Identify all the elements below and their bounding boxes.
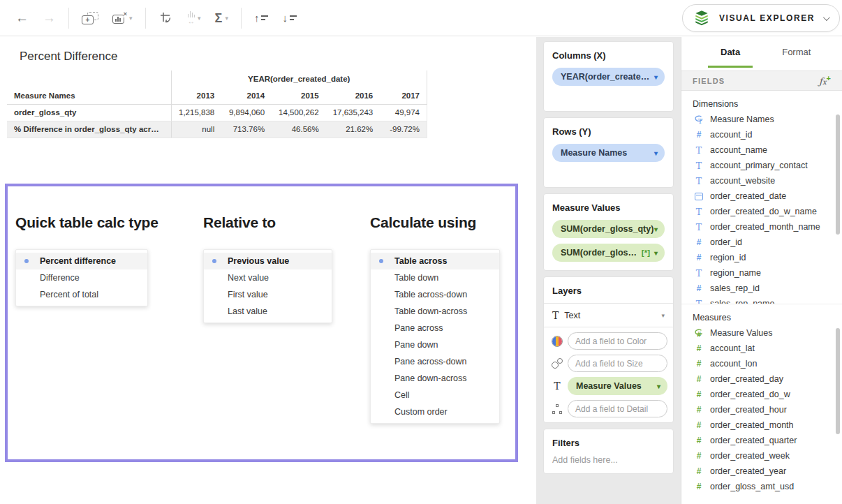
field-item[interactable]: Tsales_rep_name (681, 296, 842, 304)
menu-item-label: Pane across (394, 323, 443, 333)
detail-drop-field[interactable]: Add a field to Detail (568, 400, 667, 417)
filters-drop-zone[interactable]: Add fields here... (552, 455, 665, 465)
field-item[interactable]: #order_created_hour (681, 402, 842, 417)
tab-format[interactable]: Format (779, 38, 813, 66)
menu-item-difference[interactable]: Difference (16, 269, 147, 286)
color-drop-field[interactable]: Add a field to Color (568, 332, 667, 350)
scrollbar-thumb[interactable] (836, 114, 840, 235)
table-cell: 713.76% (221, 121, 272, 138)
menu-item-pane-across-down[interactable]: Pane across-down (371, 353, 499, 370)
menu-item-first-value[interactable]: First value (204, 286, 332, 303)
field-label: Measure Names (710, 114, 774, 124)
size-drop-field[interactable]: Add a field to Size (568, 355, 667, 372)
back-icon[interactable]: ← (15, 10, 29, 26)
menu-item-custom-order[interactable]: Custom order (371, 403, 499, 420)
menu-item-pane-across[interactable]: Pane across (371, 320, 499, 336)
dimensions-list: T Measure Names #account_id Taccount_nam… (681, 112, 842, 304)
fields-header-label: FIELDS (693, 77, 725, 85)
field-label: order_created_month_name (710, 222, 820, 232)
menu-item-percent-of-total[interactable]: Percent of total (16, 286, 147, 303)
duplicate-sheet-button[interactable]: + (82, 12, 98, 24)
sort-descending-button[interactable]: ↓ (282, 13, 297, 23)
field-pill-label: Measure Values (576, 381, 657, 391)
scrollbar-thumb[interactable] (836, 328, 840, 434)
field-pill-label: SUM(order_gloss_qty) (561, 248, 642, 258)
year-header: 2016 (326, 87, 381, 104)
table-cell: 46.56% (272, 121, 326, 138)
field-item[interactable]: #order_created_month (681, 417, 842, 433)
menu-item-table-across-down[interactable]: Table across-down (371, 286, 499, 303)
field-item[interactable]: #order_created_do_w (681, 387, 842, 402)
text-icon: T (693, 222, 705, 232)
field-item-measure-values[interactable]: # Measure Values (681, 325, 842, 341)
visual-explorer-button[interactable]: VISUAL EXPLORER (682, 4, 840, 32)
chevron-down-icon (823, 14, 830, 21)
pivot-table: YEAR(order_created_date) Measure Names 2… (7, 71, 427, 138)
field-item[interactable]: #order_created_year (681, 464, 842, 479)
field-item[interactable]: Taccount_primary_contact (681, 158, 842, 173)
field-pill-measure-values[interactable]: Measure Values ▾ (568, 377, 667, 395)
drop-zone[interactable] (552, 86, 665, 103)
menu-item-label: Pane down (394, 340, 438, 350)
field-item[interactable]: #order_id (681, 235, 842, 250)
measure-names-icon: T (693, 114, 705, 124)
layer-type-selector[interactable]: T Text ▾ (544, 304, 673, 327)
color-icon (552, 336, 563, 347)
field-item-measure-names[interactable]: T Measure Names (681, 112, 842, 127)
year-header: 2013 (171, 87, 221, 104)
field-item[interactable]: #order_created_week (681, 448, 842, 464)
field-item[interactable]: order_created_date (681, 188, 842, 204)
field-item[interactable]: #account_lat (681, 341, 842, 356)
field-item[interactable]: Torder_created_month_name (681, 219, 842, 235)
sidebar-tabs: Data Format (681, 37, 842, 66)
menu-item-next-value[interactable]: Next value (204, 269, 332, 286)
field-item[interactable]: #order_gloss_amt_usd (681, 479, 842, 493)
field-item[interactable]: #account_id (681, 127, 842, 142)
brand-logo-icon (693, 9, 711, 27)
chart-type-button[interactable]: ↔ ▾ (188, 11, 201, 25)
field-item[interactable]: Tregion_name (681, 265, 842, 281)
field-label: Measure Values (710, 328, 772, 338)
field-label: order_created_year (710, 466, 786, 476)
menu-item-label: Percent of total (40, 290, 98, 299)
menu-item-last-value[interactable]: Last value (204, 303, 332, 320)
measure-row-label: % Difference in order_gloss_qty across t… (7, 121, 171, 138)
field-item[interactable]: Taccount_name (681, 142, 842, 158)
field-pill-label: Measure Names (561, 148, 654, 158)
menu-item-previous-value[interactable]: Previous value (204, 253, 332, 269)
field-pill-sum-order-gloss-qty[interactable]: SUM(order_gloss_qty) ▾ (552, 220, 665, 238)
menu-item-pane-down-across[interactable]: Pane down-across (371, 370, 499, 387)
field-item[interactable]: Torder_created_do_w_name (681, 204, 842, 219)
field-pill-sum-order-gloss-qty-calc[interactable]: SUM(order_gloss_qty) [*] ▾ (552, 244, 665, 262)
menu-item-table-down-across[interactable]: Table down-across (371, 303, 499, 320)
tab-data[interactable]: Data (718, 38, 743, 66)
menu-item-percent-difference[interactable]: Percent difference (16, 253, 147, 269)
field-item[interactable]: #account_lon (681, 356, 842, 371)
add-calculation-button[interactable]: ƒx+ (819, 74, 831, 87)
field-item[interactable]: #sales_rep_id (681, 281, 842, 296)
field-label: account_primary_contact (710, 161, 808, 170)
menu-item-table-across[interactable]: Table across (371, 253, 499, 269)
drop-zone[interactable] (552, 162, 665, 179)
number-icon: # (693, 237, 705, 247)
menu-item-cell[interactable]: Cell (371, 387, 499, 403)
field-pill-measure-names[interactable]: Measure Names ▾ (552, 144, 665, 162)
forward-icon[interactable]: → (43, 10, 56, 26)
field-label: order_created_date (710, 191, 786, 201)
menu-item-pane-down[interactable]: Pane down (371, 336, 499, 353)
year-header: 2014 (221, 87, 272, 104)
filters-title: Filters (552, 438, 665, 448)
clear-sheet-button[interactable]: × ▾ (112, 13, 133, 24)
field-pill-year-order-created-date[interactable]: YEAR(order_created_date) ▾ (552, 68, 665, 86)
field-item[interactable]: #order_created_day (681, 371, 842, 387)
field-item[interactable]: #order_created_quarter (681, 433, 842, 448)
sort-ascending-button[interactable]: ↑ (254, 13, 269, 23)
calc-type-column: Quick table calc type Percent difference… (15, 186, 158, 306)
field-item[interactable]: Taccount_website (681, 173, 842, 188)
aggregation-button[interactable]: Σ ▾ (215, 12, 228, 24)
fields-header: FIELDS ƒx+ (681, 71, 842, 91)
text-icon: T (693, 268, 705, 279)
field-item[interactable]: #region_id (681, 250, 842, 265)
swap-axes-button[interactable] (158, 10, 174, 26)
menu-item-table-down[interactable]: Table down (371, 269, 499, 286)
